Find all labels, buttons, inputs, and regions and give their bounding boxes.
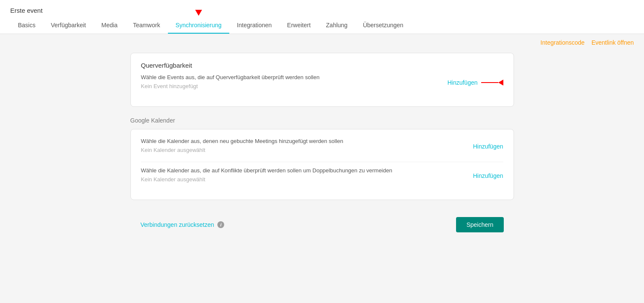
tab-integrationen[interactable]: Integrationen — [229, 17, 280, 34]
tab-basics[interactable]: Basics — [10, 17, 43, 34]
google-kalender-row1-description: Wähle die Kalender aus, denen neu gebuch… — [141, 138, 466, 144]
arrow-head — [498, 80, 503, 86]
querverfugbarkeit-card: Querverfügbarkeit Wähle die Events aus, … — [130, 53, 514, 107]
reset-link[interactable]: Verbindungen zurücksetzen — [141, 221, 214, 228]
querverfugbarkeit-add-button[interactable]: Hinzufügen — [448, 79, 478, 86]
querverfugbarkeit-add-wrapper: Hinzufügen — [441, 79, 503, 86]
tab-ubersetzungen[interactable]: Übersetzungen — [355, 17, 411, 34]
top-actions: Integrationscode Eventlink öffnen — [0, 34, 644, 51]
eventlink-link[interactable]: Eventlink öffnen — [592, 39, 634, 46]
divider — [141, 162, 503, 162]
querverfugbarkeit-row: Wähle die Events aus, die auf Querverfüg… — [141, 74, 503, 91]
tab-verfugbarkeit[interactable]: Verfügbarkeit — [43, 17, 94, 34]
google-kalender-row1: Wähle die Kalender aus, denen neu gebuch… — [141, 138, 503, 155]
google-kalender-card: Wähle die Kalender aus, denen neu gebuch… — [130, 129, 514, 200]
tab-media[interactable]: Media — [94, 17, 125, 34]
arrow-down-indicator — [195, 10, 202, 16]
nav-tabs: Basics Verfügbarkeit Media Teamwork Sync… — [10, 17, 634, 34]
querverfugbarkeit-description: Wähle die Events aus, die auf Querverfüg… — [141, 74, 441, 80]
tab-erweitert[interactable]: Erweitert — [280, 17, 318, 34]
google-kalender-section-label: Google Kalender — [130, 117, 514, 124]
main-content: Querverfügbarkeit Wähle die Events aus, … — [0, 51, 644, 249]
google-kalender-row2-left: Wähle die Kalender aus, die auf Konflikt… — [141, 167, 466, 184]
google-kalender-row2-empty: Kein Kalender ausgewählt — [141, 176, 466, 183]
info-icon[interactable]: i — [217, 221, 224, 228]
save-button[interactable]: Speichern — [456, 217, 503, 232]
google-kalender-row2-description: Wähle die Kalender aus, die auf Konflikt… — [141, 167, 466, 174]
tab-zahlung[interactable]: Zahlung — [318, 17, 355, 34]
arrow-line — [481, 82, 498, 83]
arrow-left-indicator — [481, 80, 503, 86]
integrationscode-link[interactable]: Integrationscode — [540, 39, 585, 46]
footer: Verbindungen zurücksetzen i Speichern — [130, 210, 514, 239]
page-title: Erste event — [10, 0, 634, 17]
reset-wrapper: Verbindungen zurücksetzen i — [141, 221, 225, 228]
querverfugbarkeit-empty: Kein Event hinzugefügt — [141, 83, 441, 89]
querverfugbarkeit-left: Wähle die Events aus, die auf Querverfüg… — [141, 74, 441, 91]
header: Erste event Basics Verfügbarkeit Media T… — [0, 0, 644, 34]
tab-synchronisierung[interactable]: Synchronisierung — [168, 17, 229, 34]
google-kalender-row2-add-button[interactable]: Hinzufügen — [473, 172, 503, 179]
google-kalender-row1-left: Wähle die Kalender aus, denen neu gebuch… — [141, 138, 466, 155]
tab-teamwork[interactable]: Teamwork — [125, 17, 168, 34]
google-kalender-row1-empty: Kein Kalender ausgewählt — [141, 147, 466, 153]
querverfugbarkeit-title: Querverfügbarkeit — [141, 62, 503, 69]
google-kalender-row1-add-button[interactable]: Hinzufügen — [473, 143, 503, 150]
google-kalender-row2: Wähle die Kalender aus, die auf Konflikt… — [141, 167, 503, 184]
